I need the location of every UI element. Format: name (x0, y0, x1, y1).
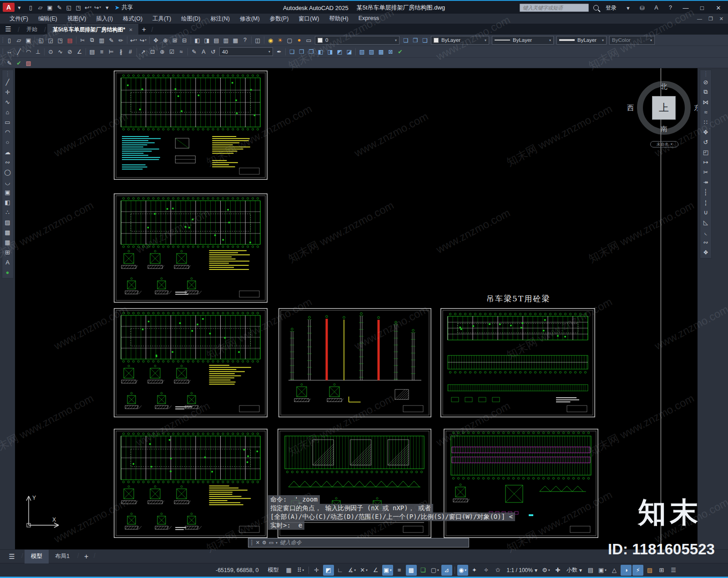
annotation-scale-label[interactable]: 1:1 / 100%▾ (505, 567, 540, 573)
recent-commands-caret-icon[interactable]: ▾ (276, 541, 278, 545)
tolerance-icon[interactable]: ⊡ (148, 47, 157, 56)
erase-icon[interactable]: ⊘ (700, 77, 711, 87)
save-icon[interactable]: ▣ (45, 3, 55, 12)
dim-arc-icon[interactable]: ◠ (24, 47, 33, 56)
compass-north-label[interactable]: 北 (637, 82, 691, 91)
dim-jog-line-icon[interactable]: ≈ (177, 47, 186, 56)
scale-icon[interactable]: ◰ (700, 147, 711, 157)
tab-close-icon[interactable]: ✕ (129, 27, 132, 32)
qat-more-icon[interactable]: ▾ (102, 3, 112, 12)
new-file2-icon[interactable]: ▯ (5, 35, 14, 45)
blend-curves-icon[interactable]: ∾ (700, 237, 711, 247)
crosshair-plus-icon[interactable]: ✚ (552, 565, 563, 576)
tab-active-document[interactable]: 某5t吊车单层排架厂房结构图* ✕ (47, 24, 138, 35)
polygon-icon[interactable]: ⌂ (2, 107, 13, 117)
break-icon[interactable]: ¦ (700, 197, 711, 207)
object-snap-3d-caret-icon[interactable]: ▾ (437, 568, 439, 572)
command-customize-wrench-icon[interactable]: ⚙ (262, 540, 267, 546)
batch-plot-icon[interactable]: ◳ (56, 35, 65, 45)
save2-icon[interactable]: ▣ (24, 35, 33, 45)
circle-icon[interactable]: ○ (2, 137, 13, 147)
tool-palettes-icon[interactable]: ▥ (221, 35, 231, 45)
dim-ordinate-icon[interactable]: ⊥ (33, 47, 43, 56)
undo2-caret-icon[interactable]: ▾ (135, 38, 137, 42)
menu-modify[interactable]: 修改(M) (235, 15, 265, 23)
units-label[interactable]: 小数▾ (564, 566, 584, 574)
multileader-icon[interactable]: ↗ (138, 47, 148, 56)
move-copy-icon[interactable]: ▩ (376, 47, 386, 56)
close-button[interactable]: ✕ (713, 5, 724, 11)
mtext-icon[interactable]: A (2, 257, 13, 267)
line-icon[interactable]: ╱ (2, 77, 13, 87)
trim-icon[interactable]: ✂ (700, 167, 711, 177)
group-icon[interactable]: ❏ (287, 47, 297, 56)
copy-icon[interactable]: ⧉ (700, 87, 711, 97)
dim-angular-icon[interactable]: ∠ (75, 47, 84, 56)
workspace-switching-icon[interactable]: ⚙▾ (541, 565, 551, 576)
publish-icon[interactable]: ◳ (74, 3, 83, 12)
fillet-icon[interactable]: ◟ (700, 227, 711, 237)
undo-icon[interactable]: ↩▾ (83, 3, 93, 12)
copy-nested-icon[interactable]: ▧ (357, 47, 367, 56)
minimize-button[interactable]: — (680, 5, 692, 11)
insert-block-icon[interactable]: ▣ (2, 187, 13, 197)
help-icon[interactable]: ? (666, 3, 675, 12)
block-editor-icon[interactable]: ✏ (116, 35, 126, 45)
point-icon[interactable]: ∴ (2, 207, 13, 217)
menu-view[interactable]: 视图(V) (62, 15, 91, 23)
offset-icon[interactable]: ≈ (700, 107, 711, 117)
layer-paper-icon[interactable]: ▭ (304, 35, 313, 45)
annotation-people-icon[interactable]: ✩ (493, 565, 504, 576)
media-warning-icon[interactable]: ▨ (644, 565, 655, 576)
layer-on-icon[interactable]: ◉ (266, 35, 275, 45)
layer-previous-icon[interactable]: ❑ (420, 35, 430, 45)
status-dot-icon[interactable]: ● (2, 267, 13, 277)
command-grip-icon[interactable]: ┊ (250, 540, 253, 546)
graphics-performance-icon[interactable]: ⚡ (632, 565, 643, 576)
quick-calc-icon[interactable]: ▦ (231, 35, 240, 45)
lineweight-combo[interactable]: ByLayer▾ (556, 36, 607, 45)
menu-dimension[interactable]: 标注(N) (206, 15, 235, 23)
compass-east-label[interactable]: 东 (694, 104, 698, 112)
compass-south-label[interactable]: 南 (637, 125, 691, 133)
dim-text-edit-icon[interactable]: A (199, 47, 208, 56)
autocad-logo-icon[interactable]: A (3, 3, 15, 12)
lineweight-display-icon[interactable]: ≡ (394, 565, 405, 576)
snap-mode-icon[interactable]: ⠿▾ (295, 565, 306, 576)
draworder-above-icon[interactable]: ◩ (335, 47, 344, 56)
zoom-window-icon[interactable]: ⊞ (170, 35, 180, 45)
dim-update-icon[interactable]: ↺ (208, 47, 218, 56)
object-snap-caret-icon[interactable]: ▾ (390, 568, 392, 572)
tab-model[interactable]: 模型 (25, 550, 49, 563)
annotation-scale-add-icon[interactable]: ✧ (481, 565, 492, 576)
ellipse-icon[interactable]: ◯ (2, 167, 13, 177)
pan-icon[interactable]: ✥ (151, 35, 161, 45)
maximize-button[interactable]: □ (696, 5, 708, 11)
quick-properties-icon[interactable]: ▤ (585, 565, 596, 576)
object-snap-icon[interactable]: ▣▾ (382, 565, 393, 576)
plotstyle-combo[interactable]: ByColor▾ (609, 36, 655, 45)
view-name-pill[interactable]: 未命名 ▾ (650, 141, 678, 147)
share-button[interactable]: ➤ 共享 (115, 4, 133, 11)
auto-annotation-scale-icon[interactable]: ✦ (469, 565, 480, 576)
command-close-icon[interactable]: ✕ (256, 540, 260, 546)
sheet-set-manager-icon[interactable]: ◫ (253, 35, 263, 45)
compass-west-label[interactable]: 西 (627, 104, 634, 112)
dim-continue-icon[interactable]: ⊨ (106, 47, 116, 56)
drawing-check-icon[interactable]: ✔ (395, 47, 405, 56)
dim-baseline-icon[interactable]: ≡ (97, 47, 106, 56)
open2-icon[interactable]: ▱ (14, 35, 24, 45)
tab-start[interactable]: 开始 (21, 24, 43, 35)
annotation-scale-caret-icon[interactable]: ▾ (535, 567, 537, 573)
rotate-icon[interactable]: ↺ (700, 137, 711, 147)
search-input[interactable] (520, 4, 589, 12)
isodraft-icon[interactable]: ✕▾ (359, 565, 369, 576)
markup-import-icon[interactable]: ✎ (5, 58, 14, 67)
menu-express[interactable]: Express (354, 15, 384, 23)
lock-ui-caret-icon[interactable]: ▾ (605, 568, 607, 572)
delete-duplicate-icon[interactable]: ⊠ (386, 47, 395, 56)
redo-caret-icon[interactable]: ▾ (99, 5, 101, 9)
help-icon[interactable]: ? (240, 35, 250, 45)
region-icon[interactable]: ▦ (2, 237, 13, 247)
doc-minimize-button[interactable]: — (697, 16, 702, 22)
